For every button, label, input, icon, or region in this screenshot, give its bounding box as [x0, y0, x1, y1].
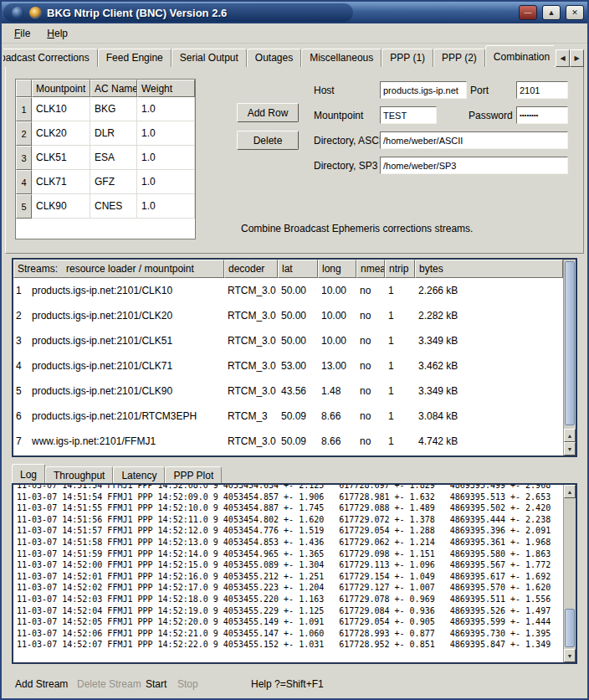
stream-row[interactable]: 3products.igs-ip.net:2101/CLK51RTCM_3.05…: [13, 328, 563, 353]
log-line: 11-03-07 14:52:05 FFMJ1 PPP 14:52:20.0 9…: [17, 616, 563, 628]
ac-name-cell[interactable]: GFZ: [90, 170, 137, 194]
mountpoint-cell[interactable]: CLK90: [32, 194, 90, 219]
row-number-cell[interactable]: 3: [16, 146, 32, 170]
mountpoint-input[interactable]: [380, 106, 437, 124]
stream-decoder-cell: RTCM_3.0: [224, 429, 278, 454]
tab-ppp-plot[interactable]: PPP Plot: [165, 466, 222, 483]
minimize-button[interactable]: —: [519, 5, 537, 20]
stream-row[interactable]: 7www.igs-ip.net:2101/FFMJ1RTCM_3.050.098…: [13, 429, 563, 454]
stream-number-cell: 6: [13, 404, 28, 429]
stop-button[interactable]: Stop: [177, 678, 198, 690]
directory-ascii-input[interactable]: [380, 131, 568, 149]
add-row-button[interactable]: Add Row: [237, 103, 299, 122]
maximize-button[interactable]: ▲: [542, 5, 561, 20]
tab-outages[interactable]: Outages: [247, 49, 301, 67]
bnc-window: BKG Ntrip Client (BNC) Version 2.6 — ▲ ✕…: [0, 0, 589, 700]
tab-log[interactable]: Log: [12, 464, 45, 483]
log-panel[interactable]: 11-03-07 14:51:54 FFMJ1 PPP 14:52:08.0 9…: [12, 483, 577, 664]
stream-row[interactable]: 2products.igs-ip.net:2101/CLK20RTCM_3.05…: [13, 303, 563, 328]
stream-row[interactable]: 5products.igs-ip.net:2101/CLK90RTCM_3.04…: [13, 378, 563, 404]
log-line: 11-03-07 14:51:57 FFMJ1 PPP 14:52:12.0 9…: [17, 525, 563, 537]
stream-lat-cell: 50.09: [278, 404, 318, 429]
log-scroll-down-button[interactable]: ▼: [564, 649, 576, 662]
streams-scrollbar[interactable]: ▲ ▼: [563, 260, 576, 456]
ac-name-cell[interactable]: CNES: [90, 194, 137, 219]
help-button[interactable]: Help ?=Shift+F1: [251, 678, 324, 690]
mountpoint-cell[interactable]: CLK71: [32, 170, 90, 194]
log-line: 11-03-07 14:52:07 FFMJ1 PPP 14:52:22.0 9…: [17, 639, 563, 651]
weight-cell[interactable]: 1.0: [137, 121, 195, 146]
stream-row[interactable]: 4products.igs-ip.net:2101/CLK71RTCM_3.05…: [13, 353, 563, 378]
stream-number-cell: 2: [13, 303, 28, 328]
host-input[interactable]: [380, 81, 467, 99]
log-scrollbar[interactable]: ▲ ▼: [563, 485, 576, 662]
start-button[interactable]: Start: [146, 678, 166, 690]
streams-scroll-up-button[interactable]: ▲: [564, 429, 576, 442]
tab-latency[interactable]: Latency: [113, 466, 165, 483]
weight-cell[interactable]: 1.0: [137, 97, 195, 121]
delete-stream-button[interactable]: Delete Stream: [77, 678, 141, 690]
menu-item-help[interactable]: Help: [39, 25, 75, 42]
tab-miscellaneous[interactable]: Miscellaneous: [301, 49, 382, 67]
row-number-cell[interactable]: 2: [16, 121, 32, 146]
ac-name-cell[interactable]: DLR: [90, 121, 137, 146]
stream-lat-cell: 50.00: [278, 278, 318, 303]
tab-scroll-right-button[interactable]: ▶: [570, 49, 584, 67]
combination-table[interactable]: Mountpoint AC Name Weight 1CLK10BKG1.02C…: [15, 79, 196, 239]
streams-table[interactable]: Streams: resource loader / mountpoint de…: [12, 258, 577, 457]
stream-lat-cell: 43.56: [278, 378, 318, 404]
stream-mountpoint-cell: products.igs-ip.net:2101/RTCM3EPH: [28, 404, 224, 429]
app-menu-icon[interactable]: [12, 7, 24, 19]
ac-name-cell[interactable]: BKG: [90, 97, 137, 121]
tab-combination[interactable]: Combination: [485, 45, 554, 67]
menu-item-file[interactable]: File: [7, 25, 38, 42]
tab-feed-engine[interactable]: Feed Engine: [98, 49, 172, 67]
bnc-app-icon: [29, 7, 42, 19]
stream-long-cell: 8.66: [318, 404, 356, 429]
tab-ppp-1[interactable]: PPP (1): [382, 49, 433, 67]
weight-cell[interactable]: 1.0: [137, 194, 195, 219]
close-button[interactable]: ✕: [566, 5, 584, 20]
streams-table-header: Streams: resource loader / mountpoint de…: [13, 260, 563, 278]
directory-sp3-input[interactable]: [380, 157, 568, 174]
row-number-cell[interactable]: 1: [16, 97, 32, 121]
stream-mountpoint-cell: www.igs-ip.net:2101/FFMJ1: [28, 429, 224, 454]
stream-bytes-cell: 3.084 kB: [415, 404, 563, 429]
streams-scrollbar-thumb[interactable]: [565, 261, 575, 425]
log-line: 11-03-07 14:51:54 FFMJ1 PPP 14:52:08.0 9…: [17, 483, 563, 492]
log-tab-strip: LogThroughputLatencyPPP Plot: [12, 464, 222, 483]
tab-broadcast-corrections[interactable]: Broadcast Corrections: [3, 49, 98, 67]
log-scroll-up-button[interactable]: ▲: [564, 485, 576, 498]
ac-name-cell[interactable]: ESA: [90, 146, 137, 170]
log-line: 11-03-07 14:52:02 FFMJ1 PPP 14:52:17.0 9…: [17, 582, 563, 594]
titlebar[interactable]: BKG Ntrip Client (BNC) Version 2.6 — ▲ ✕: [2, 2, 587, 23]
lat-column-header: lat: [278, 260, 318, 278]
weight-cell[interactable]: 1.0: [137, 170, 195, 194]
tab-scroll-left-button[interactable]: ◀: [556, 49, 570, 67]
combination-table-header: Mountpoint AC Name Weight: [16, 80, 195, 97]
stream-bytes-cell: 3.462 kB: [415, 353, 563, 378]
log-scrollbar-thumb[interactable]: [565, 609, 575, 647]
password-input[interactable]: [516, 106, 568, 124]
streams-scroll-down-button[interactable]: ▼: [564, 442, 576, 456]
stream-row[interactable]: 6products.igs-ip.net:2101/RTCM3EPHRTCM_3…: [13, 404, 563, 429]
mountpoint-cell[interactable]: CLK20: [32, 121, 90, 146]
delete-button[interactable]: Delete: [237, 131, 299, 150]
mountpoint-cell[interactable]: CLK10: [32, 97, 90, 121]
stream-decoder-cell: RTCM_3: [224, 404, 278, 429]
tab-throughput[interactable]: Throughput: [45, 466, 113, 483]
row-number-cell[interactable]: 4: [16, 170, 32, 194]
combination-note: Combine Broadcast Ephemeris corrections …: [241, 223, 473, 234]
stream-row[interactable]: 1products.igs-ip.net:2101/CLK10RTCM_3.05…: [13, 278, 563, 303]
nmea-column-header: nmea: [356, 260, 385, 278]
action-bar: Add Stream Delete Stream Start Stop Help…: [2, 672, 587, 697]
port-input[interactable]: [516, 81, 568, 99]
add-stream-button[interactable]: Add Stream: [15, 678, 68, 690]
row-number-cell[interactable]: 5: [16, 194, 32, 219]
mountpoint-cell[interactable]: CLK51: [32, 146, 90, 170]
tab-ppp-2[interactable]: PPP (2): [433, 49, 485, 67]
tab-serial-output[interactable]: Serial Output: [172, 49, 247, 67]
mountpoint-column-header: Mountpoint: [32, 80, 90, 97]
weight-cell[interactable]: 1.0: [137, 146, 195, 170]
stream-bytes-cell: 3.349 kB: [415, 378, 563, 404]
